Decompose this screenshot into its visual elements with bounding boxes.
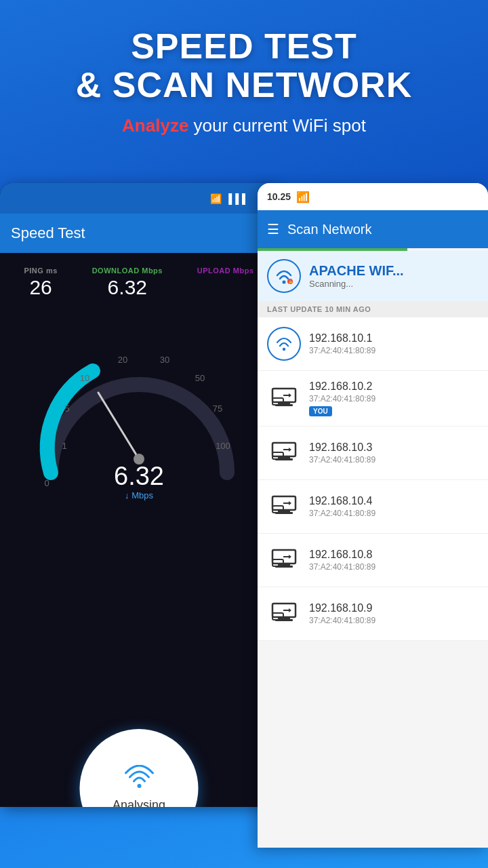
svg-marker-23: [289, 393, 291, 397]
hero-title: SPEED TEST& SCAN NETWORK: [14, 27, 474, 104]
speedtest-content: PING ms 26 DOWNLOAD Mbps 6.32 UPLOAD Mbp…: [0, 253, 278, 807]
device-list-item[interactable]: 192.168.10.9 37:A2:40:41:80:89: [258, 587, 488, 641]
upload-stat: UPLOAD Mbps: [197, 267, 254, 299]
device-mac: 37:A2:40:41:80:89: [309, 346, 479, 355]
network-wifi-icon: 🔒: [267, 259, 301, 293]
analysing-wifi-icon: [123, 764, 155, 794]
device-mac: 37:A2:40:41:80:89: [309, 562, 479, 572]
device-network-icon: [267, 436, 301, 470]
scan-network-phone: 10.25 📶 ☰ Scan Network 🔒 APACHE WIF..: [258, 183, 488, 848]
svg-marker-47: [289, 608, 291, 612]
signal-status-icon: ▌▌▌: [228, 193, 249, 204]
network-status: Scanning...: [309, 279, 404, 289]
svg-text:0: 0: [44, 478, 49, 488]
speed-test-phone: 📶 ▌▌▌ 🔋 Speed Test PING ms 26 DOWNLOAD M…: [0, 183, 278, 807]
svg-text:50: 50: [195, 373, 205, 383]
left-statusbar: 📶 ▌▌▌ 🔋: [0, 183, 278, 214]
phones-container: 📶 ▌▌▌ 🔋 Speed Test PING ms 26 DOWNLOAD M…: [0, 183, 488, 868]
svg-text:75: 75: [213, 403, 222, 414]
device-list-item[interactable]: 192.168.10.3 37:A2:40:41:80:89: [258, 427, 488, 480]
device-network-icon: [267, 597, 301, 631]
device-info: 192.168.10.1 37:A2:40:41:80:89: [309, 332, 479, 355]
network-info: APACHE WIF... Scanning...: [309, 263, 404, 289]
left-toolbar: Speed Test: [0, 214, 278, 253]
device-network-icon: [267, 490, 301, 524]
menu-icon[interactable]: ☰: [267, 221, 279, 237]
wifi-status-icon: 📶: [210, 193, 222, 204]
device-ip: 192.168.10.9: [309, 602, 479, 614]
analysing-button[interactable]: Analysing: [80, 729, 199, 807]
device-mac: 37:A2:40:41:80:89: [309, 455, 479, 465]
device-wifi-icon: [267, 327, 301, 361]
hero-highlight: Analyze: [122, 115, 188, 136]
device-ip: 192.168.10.8: [309, 549, 479, 561]
device-info: 192.168.10.2 37:A2:40:41:80:89 YOU: [309, 380, 479, 416]
device-ip: 192.168.10.4: [309, 495, 479, 507]
device-list: 192.168.10.1 37:A2:40:41:80:89 192.168.1…: [258, 317, 488, 641]
svg-point-14: [283, 281, 286, 284]
device-info: 192.168.10.4 37:A2:40:41:80:89: [309, 495, 479, 518]
download-value: 6.32: [92, 276, 163, 299]
svg-marker-35: [289, 501, 291, 505]
network-name: APACHE WIF...: [309, 263, 404, 279]
speedometer: 0 1 5 10 20 30 50 75 100 6.32 ↓ Mbps: [30, 317, 247, 507]
svg-text:100: 100: [216, 441, 230, 451]
right-toolbar: ☰ Scan Network: [258, 210, 488, 248]
device-info: 192.168.10.9 37:A2:40:41:80:89: [309, 602, 479, 625]
speedometer-svg: 0 1 5 10 20 30 50 75 100 6.32 ↓ Mbps: [30, 317, 247, 507]
hero-section: SPEED TEST& SCAN NETWORK Analyze your cu…: [0, 0, 488, 150]
status-time: 10.25: [267, 191, 291, 202]
device-mac: 37:A2:40:41:80:89: [309, 509, 479, 518]
hero-subtitle: Analyze your current WiFi spot: [14, 115, 474, 136]
you-badge: YOU: [309, 406, 332, 416]
ping-value: 26: [24, 276, 57, 299]
device-info: 192.168.10.8 37:A2:40:41:80:89: [309, 549, 479, 572]
svg-text:5: 5: [64, 403, 69, 414]
device-ip: 192.168.10.2: [309, 380, 479, 393]
svg-point-13: [137, 784, 141, 788]
svg-text:10: 10: [80, 373, 89, 383]
device-list-item[interactable]: 192.168.10.2 37:A2:40:41:80:89 YOU: [258, 371, 488, 427]
download-stat: DOWNLOAD Mbps 6.32: [92, 267, 163, 299]
svg-text:🔒: 🔒: [288, 279, 293, 284]
speed-test-toolbar-title: Speed Test: [11, 224, 85, 242]
analysing-label: Analysing: [113, 798, 165, 807]
device-network-icon: [267, 543, 301, 577]
device-ip: 192.168.10.3: [309, 441, 479, 454]
download-label: DOWNLOAD Mbps: [92, 267, 163, 275]
svg-text:30: 30: [160, 355, 169, 365]
upload-label: UPLOAD Mbps: [197, 267, 254, 275]
device-list-item[interactable]: 192.168.10.1 37:A2:40:41:80:89: [258, 317, 488, 371]
device-list-item[interactable]: 192.168.10.8 37:A2:40:41:80:89: [258, 534, 488, 587]
wifi-status-icon-right: 📶: [296, 191, 310, 203]
svg-point-17: [283, 348, 285, 351]
device-info: 192.168.10.3 37:A2:40:41:80:89: [309, 441, 479, 465]
svg-text:20: 20: [118, 355, 127, 365]
svg-text:1: 1: [62, 441, 66, 451]
ping-label: PING ms: [24, 267, 57, 275]
hero-subtitle-rest: your current WiFi spot: [194, 115, 366, 136]
svg-marker-41: [289, 555, 291, 559]
svg-line-9: [98, 393, 139, 459]
scan-network-toolbar-title: Scan Network: [287, 222, 372, 237]
ping-stat: PING ms 26: [24, 267, 57, 299]
svg-marker-29: [289, 448, 291, 452]
svg-text:↓ Mbps: ↓ Mbps: [125, 490, 153, 500]
device-list-item[interactable]: 192.168.10.4 37:A2:40:41:80:89: [258, 480, 488, 534]
last-update: LAST UPDATE 10 MIN AGO: [258, 301, 488, 317]
device-mac: 37:A2:40:41:80:89: [309, 394, 479, 403]
device-mac: 37:A2:40:41:80:89: [309, 616, 479, 625]
svg-text:6.32: 6.32: [114, 462, 164, 490]
device-ip: 192.168.10.1: [309, 332, 479, 344]
device-network-icon: [267, 382, 301, 416]
network-header: 🔒 APACHE WIF... Scanning...: [258, 251, 488, 301]
stats-row: PING ms 26 DOWNLOAD Mbps 6.32 UPLOAD Mbp…: [7, 267, 271, 299]
right-statusbar: 10.25 📶: [258, 183, 488, 210]
